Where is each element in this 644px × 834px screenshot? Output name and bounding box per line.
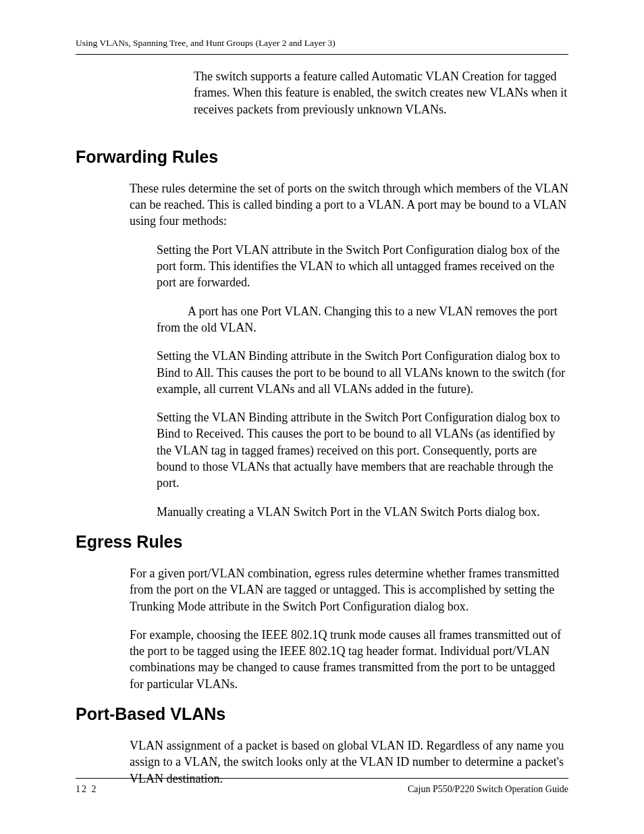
page-number: 12 2	[76, 784, 98, 795]
forwarding-method-1-note: A port has one Port VLAN. Changing this …	[157, 303, 568, 336]
page-content: Using VLANs, Spanning Tree, and Hunt Gro…	[0, 0, 644, 787]
forwarding-methods: Setting the Port VLAN attribute in the S…	[157, 242, 568, 520]
egress-p2: For example, choosing the IEEE 802.1Q tr…	[130, 627, 568, 692]
egress-p1: For a given port/VLAN combination, egres…	[130, 565, 568, 615]
heading-port-based-vlans: Port-Based VLANs	[76, 704, 568, 724]
forwarding-method-3: Setting the VLAN Binding attribute in th…	[157, 409, 568, 491]
header-rule	[76, 54, 568, 55]
footer-rule	[76, 778, 568, 779]
forwarding-method-1: Setting the Port VLAN attribute in the S…	[157, 242, 568, 291]
forwarding-method-4: Manually creating a VLAN Switch Port in …	[157, 504, 568, 520]
heading-egress-rules: Egress Rules	[76, 532, 568, 552]
page-footer: 12 2 Cajun P550/P220 Switch Operation Gu…	[76, 778, 568, 795]
running-header: Using VLANs, Spanning Tree, and Hunt Gro…	[76, 38, 568, 49]
forwarding-lead: These rules determine the set of ports o…	[130, 180, 568, 230]
forwarding-method-2: Setting the VLAN Binding attribute in th…	[157, 348, 568, 397]
heading-forwarding-rules: Forwarding Rules	[76, 147, 568, 167]
intro-paragraph: The switch supports a feature called Aut…	[194, 68, 568, 118]
guide-title: Cajun P550/P220 Switch Operation Guide	[408, 784, 568, 795]
